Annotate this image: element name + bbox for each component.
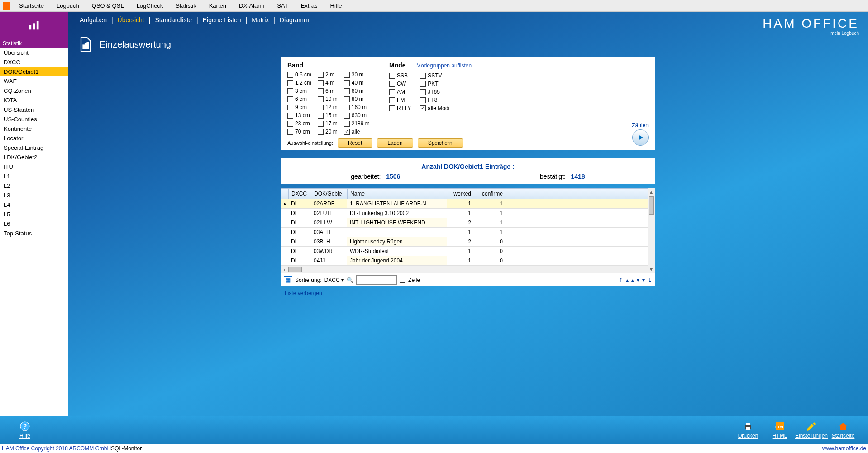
checkbox-1-2-cm[interactable] bbox=[287, 80, 293, 86]
topmenu-karten[interactable]: Karten bbox=[203, 0, 233, 11]
sidebar-item-us-counties[interactable]: US-Counties bbox=[0, 114, 68, 124]
count-button[interactable]: Zählen bbox=[632, 122, 649, 146]
checkbox-2-m[interactable] bbox=[318, 72, 324, 78]
settings-button[interactable]: Einstellungen bbox=[796, 421, 827, 439]
html-button[interactable]: HTML HTML bbox=[764, 421, 796, 439]
sidebar-item-wae[interactable]: WAE bbox=[0, 76, 68, 86]
table-v-scrollbar[interactable]: ▴▾ bbox=[648, 188, 655, 273]
print-button[interactable]: Drucken bbox=[732, 421, 764, 439]
nav-first-icon[interactable]: ⤒ bbox=[619, 277, 623, 283]
topmenu-extras[interactable]: Extras bbox=[295, 0, 324, 11]
topmenu-startseite[interactable]: Startseite bbox=[13, 0, 50, 11]
tab-aufgaben[interactable]: Aufgaben bbox=[77, 14, 110, 25]
sidebar-item-special-eintrag[interactable]: Special-Eintrag bbox=[0, 143, 68, 153]
table-h-scrollbar[interactable]: ‹› bbox=[281, 266, 655, 273]
checkbox-70-cm[interactable] bbox=[287, 129, 293, 135]
tab-übersicht[interactable]: Übersicht bbox=[115, 14, 147, 25]
grid-icon[interactable]: ▦ bbox=[284, 276, 292, 284]
topmenu-logcheck[interactable]: LogCheck bbox=[130, 0, 170, 11]
checkbox-2189-m[interactable] bbox=[344, 121, 350, 127]
checkbox-ssb[interactable] bbox=[389, 73, 395, 79]
checkbox-17-m[interactable] bbox=[318, 121, 324, 127]
sidebar-item-cq-zonen[interactable]: CQ-Zonen bbox=[0, 86, 68, 95]
home-icon[interactable] bbox=[3, 2, 10, 10]
nav-next-icon[interactable]: ▾ bbox=[642, 277, 645, 283]
nav-down-icon[interactable]: ▾ bbox=[637, 277, 639, 283]
topmenu-sat[interactable]: SAT bbox=[271, 0, 294, 11]
topmenu-dx-alarm[interactable]: DX-Alarm bbox=[233, 0, 271, 11]
load-button[interactable]: Laden bbox=[377, 138, 413, 148]
reset-button[interactable]: Reset bbox=[338, 138, 372, 148]
checkbox-am[interactable] bbox=[389, 89, 395, 95]
checkbox-sstv[interactable] bbox=[420, 73, 426, 79]
table-row[interactable]: DL03ALH11 bbox=[281, 228, 655, 237]
checkbox-15-m[interactable] bbox=[318, 113, 324, 119]
checkbox-40-m[interactable] bbox=[344, 80, 350, 86]
sidebar-item-itu[interactable]: ITU bbox=[0, 162, 68, 172]
checkbox-alle-modi[interactable] bbox=[420, 105, 426, 111]
checkbox-30-m[interactable] bbox=[344, 72, 350, 78]
checkbox-13-cm[interactable] bbox=[287, 113, 293, 119]
nav-up-icon[interactable]: ▴ bbox=[631, 277, 634, 283]
topmenu-qso & qsl[interactable]: QSO & QSL bbox=[86, 0, 130, 11]
checkbox-pkt[interactable] bbox=[420, 81, 426, 87]
checkbox-jt65[interactable] bbox=[420, 89, 426, 95]
checkbox-12-m[interactable] bbox=[318, 105, 324, 110]
topmenu-logbuch[interactable]: Logbuch bbox=[50, 0, 86, 11]
sidebar-item-locator[interactable]: Locator bbox=[0, 134, 68, 143]
sidebar-item-kontinente[interactable]: Kontinente bbox=[0, 124, 68, 134]
checkbox-160-m[interactable] bbox=[344, 105, 350, 110]
sidebar-item-ldk-gebiet2[interactable]: LDK/Gebiet2 bbox=[0, 153, 68, 162]
tab-diagramm[interactable]: Diagramm bbox=[277, 14, 312, 25]
sidebar-item-l5[interactable]: L5 bbox=[0, 210, 68, 219]
sidebar-item-l1[interactable]: L1 bbox=[0, 172, 68, 181]
nav-prev-icon[interactable]: ▴ bbox=[626, 277, 629, 283]
table-row[interactable]: DL03BLHLighthouseday Rügen20 bbox=[281, 237, 655, 247]
checkbox-6-cm[interactable] bbox=[287, 96, 293, 102]
checkbox-cw[interactable] bbox=[389, 81, 395, 87]
tab-matrix[interactable]: Matrix bbox=[249, 14, 272, 25]
checkbox-fm[interactable] bbox=[389, 97, 395, 103]
help-button[interactable]: ? Hilfe bbox=[9, 421, 41, 439]
checkbox-ft8[interactable] bbox=[420, 97, 426, 103]
hide-list-link[interactable]: Liste verbergen bbox=[281, 288, 326, 298]
table-row[interactable]: DL04JJJahr der Jugend 200410 bbox=[281, 256, 655, 266]
search-input[interactable] bbox=[356, 275, 397, 285]
home-button[interactable]: Startseite bbox=[827, 421, 859, 439]
mode-groups-link[interactable]: Modegruppen auflisten bbox=[416, 62, 472, 69]
sidebar-item-l4[interactable]: L4 bbox=[0, 200, 68, 210]
table-row[interactable]: ▸DL02ARDF1. RANGLISTENLAUF ARDF-N11 bbox=[281, 199, 655, 209]
topmenu-statistik[interactable]: Statistik bbox=[169, 0, 203, 11]
save-button[interactable]: Speichern bbox=[418, 138, 463, 148]
tab-eigene listen[interactable]: Eigene Listen bbox=[200, 14, 244, 25]
checkbox-60-m[interactable] bbox=[344, 88, 350, 94]
sort-value[interactable]: DXCC ▾ bbox=[324, 277, 344, 283]
nav-last-icon[interactable]: ⤓ bbox=[648, 277, 652, 283]
sidebar-item-iota[interactable]: IOTA bbox=[0, 95, 68, 105]
checkbox-23-cm[interactable] bbox=[287, 121, 293, 127]
sidebar-item-l6[interactable]: L6 bbox=[0, 219, 68, 229]
topmenu-hilfe[interactable]: Hilfe bbox=[324, 0, 348, 11]
table-row[interactable]: DL03WDRWDR-Studiofest10 bbox=[281, 247, 655, 256]
checkbox-630-m[interactable] bbox=[344, 113, 350, 119]
checkbox-3-cm[interactable] bbox=[287, 88, 293, 94]
checkbox-rtty[interactable] bbox=[389, 105, 395, 111]
zeile-checkbox[interactable] bbox=[400, 277, 405, 283]
sidebar-item-l3[interactable]: L3 bbox=[0, 191, 68, 200]
search-icon[interactable]: 🔍 bbox=[347, 277, 353, 283]
tab-standardliste[interactable]: Standardliste bbox=[152, 14, 195, 25]
sql-monitor-text[interactable]: SQL-Monitor bbox=[111, 445, 142, 452]
sidebar-item-us-staaten[interactable]: US-Staaten bbox=[0, 105, 68, 114]
checkbox-80-m[interactable] bbox=[344, 96, 350, 102]
sidebar-item-dxcc[interactable]: DXCC bbox=[0, 57, 68, 67]
checkbox-6-m[interactable] bbox=[318, 88, 324, 94]
sidebar-item-l2[interactable]: L2 bbox=[0, 181, 68, 191]
checkbox-9-cm[interactable] bbox=[287, 105, 293, 110]
sidebar-item-top-status[interactable]: Top-Status bbox=[0, 229, 68, 238]
table-row[interactable]: DL02FUTIDL-Funkertag 3.10.200211 bbox=[281, 209, 655, 218]
table-row[interactable]: DL02ILLWINT. LIGHTHOUSE WEEKEND21 bbox=[281, 218, 655, 228]
sidebar-item--bersicht[interactable]: Übersicht bbox=[0, 48, 68, 57]
sidebar-item-dok-gebiet1[interactable]: DOK/Gebiet1 bbox=[0, 67, 68, 76]
checkbox-10-m[interactable] bbox=[318, 96, 324, 102]
checkbox-0-6-cm[interactable] bbox=[287, 72, 293, 78]
